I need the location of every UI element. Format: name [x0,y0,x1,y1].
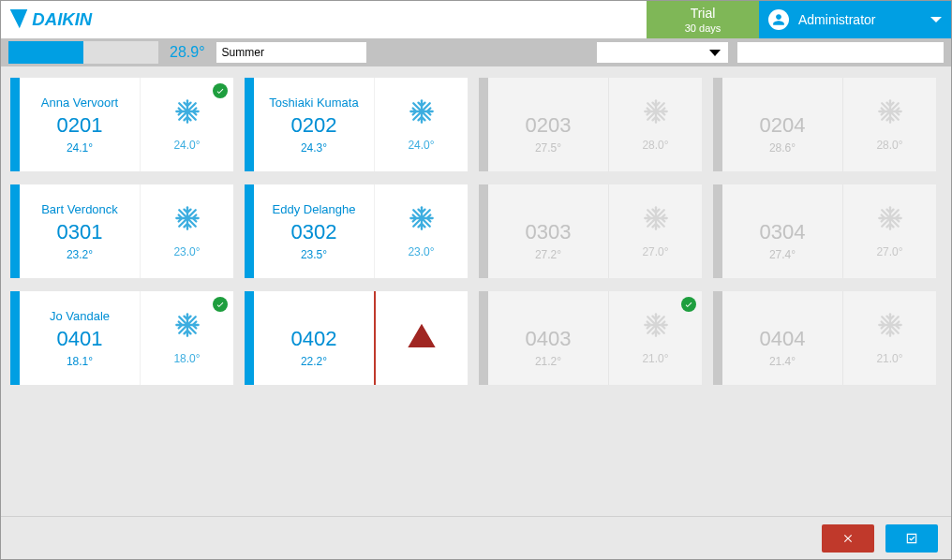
room-mode: 21.0° [608,291,702,385]
room-info: 040222.2° [254,291,374,385]
room-temp: 24.3° [301,141,327,155]
status-stripe [479,184,488,278]
close-icon [841,532,855,545]
room-info: 040321.2° [488,291,608,385]
status-stripe [245,291,254,385]
guest-name: Jo Vandale [50,309,110,323]
guest-name: Eddy Delanghe [273,202,356,216]
view-toggle[interactable] [8,41,158,64]
check-icon [213,297,228,312]
room-card[interactable]: 040421.4°21.0° [713,291,936,385]
chevron-down-icon [709,50,721,56]
room-temp: 27.5° [535,141,561,155]
confirm-button[interactable] [885,524,938,553]
room-number: 0304 [760,220,806,244]
status-stripe [10,184,20,278]
status-stripe [10,291,20,385]
cancel-button[interactable] [822,524,874,553]
setpoint-temp: 23.0° [173,245,200,258]
room-temp: 22.2° [301,355,327,368]
room-number: 0401 [57,327,103,351]
snowflake-icon [174,205,201,238]
room-temp: 23.2° [67,248,93,261]
room-mode [374,291,468,385]
room-info: 040421.4° [722,291,842,385]
room-card[interactable]: Bart Verdonck030123.2°23.0° [10,184,233,278]
guest-name: Toshiaki Kumata [269,96,358,110]
room-number: 0301 [57,220,103,244]
setpoint-temp: 28.0° [642,139,668,152]
room-card[interactable]: Jo Vandale040118.1°18.0° [10,291,233,385]
snowflake-icon [877,98,903,131]
room-temp: 28.6° [769,141,796,155]
status-stripe [713,184,722,278]
room-temp: 23.5° [301,248,327,261]
room-info: Toshiaki Kumata020224.3° [254,78,374,171]
check-icon [681,297,696,312]
toolbar: 28.9° [1,38,951,66]
room-info: Anna Vervoort020124.1° [20,78,140,171]
guest-name: Anna Vervoort [41,96,118,110]
header-bar: DAIKIN Trial 30 days Administrator [1,1,951,38]
room-number: 0202 [291,113,337,138]
room-temp: 18.1° [67,355,93,368]
trial-days: 30 days [685,22,721,34]
room-card[interactable]: 030327.2°27.0° [479,184,702,278]
room-card[interactable]: Eddy Delanghe030223.5°23.0° [245,184,468,278]
footer-bar [1,516,951,559]
room-temp: 27.4° [769,248,796,261]
room-info: Eddy Delanghe030223.5° [254,184,374,278]
snowflake-icon [643,98,669,131]
room-info: Bart Verdonck030123.2° [20,184,140,278]
room-mode: 28.0° [842,78,936,171]
room-temp: 21.4° [769,355,796,368]
room-temp: 21.2° [535,355,561,368]
guest-name: Bart Verdonck [41,202,118,216]
status-stripe [245,184,254,278]
room-card[interactable]: 020428.6°28.0° [713,78,936,171]
room-card[interactable]: 020327.5°28.0° [479,78,702,171]
room-card[interactable]: 040321.2°21.0° [479,291,702,385]
room-mode: 28.0° [608,78,702,171]
status-stripe [713,291,722,385]
chevron-down-icon [930,17,942,22]
room-temp: 24.1° [67,141,93,155]
view-toggle-inactive[interactable] [83,41,158,64]
status-stripe [10,78,20,171]
room-info: 020327.5° [488,78,608,171]
snowflake-icon [643,205,669,238]
alert-icon [407,321,437,355]
room-mode: 24.0° [140,78,233,171]
rooms-grid: Anna Vervoort020124.1°24.0°Toshiaki Kuma… [1,66,951,516]
snowflake-icon [409,98,435,131]
view-toggle-active[interactable] [8,41,83,64]
snowflake-icon [877,312,903,345]
brand-logo: DAIKIN [1,1,151,38]
status-stripe [479,78,488,171]
room-card[interactable]: 040222.2° [245,291,468,385]
room-card[interactable]: 030427.4°27.0° [713,184,936,278]
room-card[interactable]: Toshiaki Kumata020224.3°24.0° [245,78,468,171]
snowflake-icon [409,205,435,238]
snowflake-icon [877,205,903,238]
setpoint-temp: 23.0° [408,245,434,258]
filter-dropdown[interactable] [597,42,728,63]
status-stripe [479,291,488,385]
snowflake-icon [174,98,201,131]
room-mode: 27.0° [842,184,936,278]
room-number: 0204 [760,113,806,138]
season-input[interactable] [216,42,366,63]
room-info: Jo Vandale040118.1° [20,291,140,385]
snowflake-icon [643,312,669,345]
status-stripe [713,78,722,171]
room-mode: 23.0° [374,184,468,278]
setpoint-temp: 28.0° [876,139,902,152]
trial-badge: Trial 30 days [647,1,759,38]
search-input[interactable] [737,42,944,63]
outdoor-temp: 28.9° [158,44,213,61]
user-menu[interactable]: Administrator [759,1,951,38]
confirm-icon [905,532,918,545]
room-mode: 21.0° [842,291,936,385]
room-card[interactable]: Anna Vervoort020124.1°24.0° [10,78,233,171]
room-info: 030327.2° [488,184,608,278]
